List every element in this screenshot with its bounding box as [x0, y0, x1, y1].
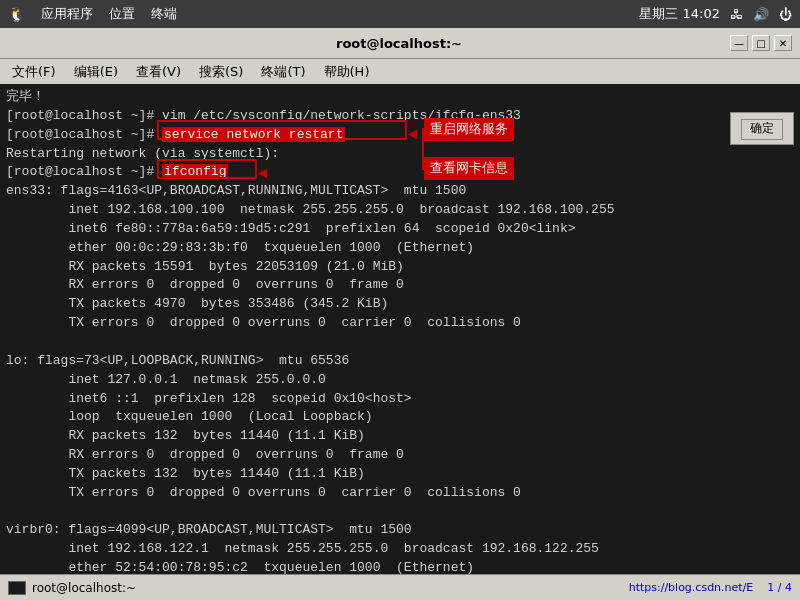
restart-arrow: ◄: [408, 124, 418, 147]
terminal-content[interactable]: 完毕！ [root@localhost ~]# vim /etc/sysconf…: [0, 84, 800, 574]
line-17: inet6 ::1 prefixlen 128 scopeid 0x10<hos…: [6, 390, 794, 409]
line-1: 完毕！: [6, 88, 794, 107]
line-4: Restarting network (via systemctl):: [6, 145, 794, 164]
line-19: RX packets 132 bytes 11440 (11.1 KiB): [6, 427, 794, 446]
restart-annotation-label: 重启网络服务: [424, 118, 514, 141]
status-bar: root@localhost:~ https://blog.csdn.net/E…: [0, 574, 800, 600]
line-16: inet 127.0.0.1 netmask 255.0.0.0: [6, 371, 794, 390]
window-title: root@localhost:~: [68, 36, 730, 51]
menu-view[interactable]: 查看(V): [128, 61, 189, 83]
title-bar: root@localhost:~ — □ ✕: [0, 28, 800, 58]
line-25: inet 192.168.122.1 netmask 255.255.255.0…: [6, 540, 794, 559]
menu-terminal[interactable]: 终端(T): [253, 61, 313, 83]
line-7: inet 192.168.100.100 netmask 255.255.255…: [6, 201, 794, 220]
vertical-connector-line: [422, 128, 424, 170]
volume-icon: 🔊: [753, 7, 769, 22]
maximize-button[interactable]: □: [752, 35, 770, 51]
line-10: RX packets 15591 bytes 22053109 (21.0 Mi…: [6, 258, 794, 277]
minimize-button[interactable]: —: [730, 35, 748, 51]
confirm-dialog: 确定: [730, 112, 794, 145]
line-26: ether 52:54:00:78:95:c2 txqueuelen 1000 …: [6, 559, 794, 574]
line-18: loop txqueuelen 1000 (Local Loopback): [6, 408, 794, 427]
line-20: RX errors 0 dropped 0 overruns 0 frame 0: [6, 446, 794, 465]
line-14: [6, 333, 794, 352]
system-bar-left: 🐧 应用程序 位置 终端: [8, 5, 177, 23]
status-label: root@localhost:~: [32, 581, 136, 595]
apps-icon: 🐧: [8, 6, 25, 22]
line-9: ether 00:0c:29:83:3b:f0 txqueuelen 1000 …: [6, 239, 794, 258]
menu-help[interactable]: 帮助(H): [316, 61, 378, 83]
terminal-window: root@localhost:~ — □ ✕ 文件(F) 编辑(E) 查看(V)…: [0, 28, 800, 600]
status-bar-right: https://blog.csdn.net/E 1 / 4: [629, 581, 792, 594]
terminal-status-icon: [8, 581, 26, 595]
menu-bar: 文件(F) 编辑(E) 查看(V) 搜索(S) 终端(T) 帮助(H): [0, 58, 800, 84]
page-info: 1 / 4: [767, 581, 792, 594]
ifconfig-annotation-label: 查看网卡信息: [424, 157, 514, 180]
line-15: lo: flags=73<UP,LOOPBACK,RUNNING> mtu 65…: [6, 352, 794, 371]
ifconfig-annotation-box: [157, 159, 257, 179]
confirm-button[interactable]: 确定: [741, 119, 783, 140]
line-12: TX packets 4970 bytes 353486 (345.2 KiB): [6, 295, 794, 314]
datetime-display: 星期三 14:02: [639, 5, 720, 23]
menu-edit[interactable]: 编辑(E): [66, 61, 126, 83]
line-13: TX errors 0 dropped 0 overruns 0 carrier…: [6, 314, 794, 333]
system-bar-right: 星期三 14:02 🖧 🔊 ⏻: [639, 5, 792, 23]
line-6: ens33: flags=4163<UP,BROADCAST,RUNNING,M…: [6, 182, 794, 201]
line-11: RX errors 0 dropped 0 overruns 0 frame 0: [6, 276, 794, 295]
system-bar: 🐧 应用程序 位置 终端 星期三 14:02 🖧 🔊 ⏻: [0, 0, 800, 28]
line-5: [root@localhost ~]# ifconfig: [6, 163, 794, 182]
ifconfig-arrow: ◄: [258, 163, 268, 186]
line-22: TX errors 0 dropped 0 overruns 0 carrier…: [6, 484, 794, 503]
terminal-menu[interactable]: 终端: [151, 5, 177, 23]
line-24: virbr0: flags=4099<UP,BROADCAST,MULTICAS…: [6, 521, 794, 540]
line-21: TX packets 132 bytes 11440 (11.1 KiB): [6, 465, 794, 484]
title-bar-controls: — □ ✕: [730, 35, 792, 51]
line-23: [6, 503, 794, 522]
close-button[interactable]: ✕: [774, 35, 792, 51]
line-8: inet6 fe80::778a:6a59:19d5:c291 prefixle…: [6, 220, 794, 239]
power-icon[interactable]: ⏻: [779, 7, 792, 22]
apps-menu[interactable]: 应用程序: [41, 5, 93, 23]
csdn-link: https://blog.csdn.net/E: [629, 581, 754, 594]
network-icon: 🖧: [730, 7, 743, 22]
menu-search[interactable]: 搜索(S): [191, 61, 251, 83]
position-menu[interactable]: 位置: [109, 5, 135, 23]
menu-file[interactable]: 文件(F): [4, 61, 64, 83]
service-network-annotation-box: [157, 120, 407, 140]
status-bar-left: root@localhost:~: [8, 581, 136, 595]
